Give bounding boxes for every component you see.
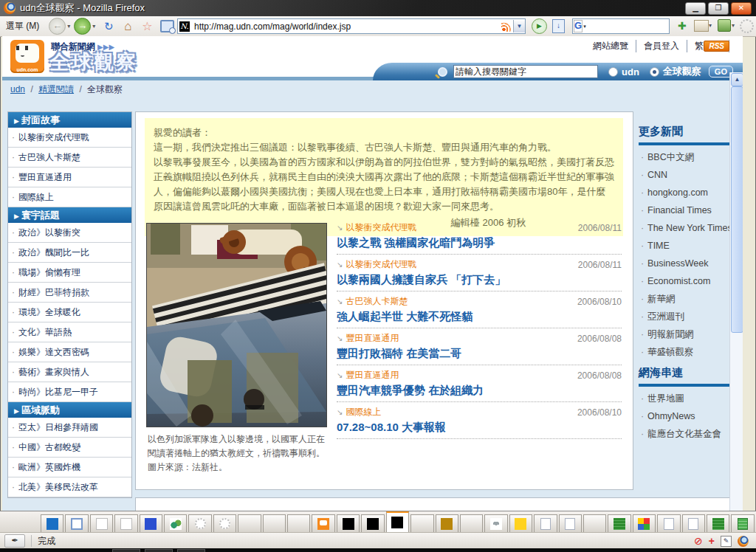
bookmark-star-icon[interactable]: ☆ (140, 19, 154, 34)
rss-feed-icon[interactable] (501, 21, 512, 32)
browser-tab[interactable] (312, 514, 334, 532)
status-pen-icon[interactable]: ✒ (4, 534, 25, 548)
url-bar[interactable]: N. ▼ (177, 18, 526, 34)
stamp-dropdown-icon[interactable]: ▾ (709, 22, 712, 29)
sidebar-item[interactable]: 歐洲》英國炸機 (8, 458, 131, 477)
rss-badge[interactable]: RSS (704, 41, 729, 52)
archive-dropdown-icon[interactable]: ▾ (732, 22, 735, 29)
back-button[interactable]: ← (49, 18, 66, 35)
browser-tab[interactable] (436, 514, 458, 532)
sidebar-item[interactable]: 環境》全球暖化 (8, 303, 131, 322)
article-title[interactable]: 以黎之戰 強權國家化暗鬥為明爭 (337, 236, 622, 250)
more-news-link[interactable]: CNN (639, 169, 742, 182)
udn-logo[interactable]: udn.com (10, 40, 44, 73)
add-extension-icon[interactable]: ✚ (678, 20, 687, 32)
web-link[interactable]: 世界地圖 (639, 393, 742, 405)
browser-tab[interactable] (114, 514, 137, 532)
site-search-input[interactable] (453, 65, 598, 78)
sidebar-item[interactable]: 娛樂》達文西密碼 (8, 342, 131, 362)
edit-note-icon[interactable]: ✎ (721, 536, 732, 547)
radio-udn-label[interactable]: udn (622, 66, 639, 77)
more-news-link[interactable]: 亞洲週刊 (639, 311, 742, 323)
browser-tab[interactable] (238, 514, 261, 532)
browser-tab[interactable] (682, 514, 705, 532)
browser-tab[interactable] (65, 514, 88, 532)
article-category[interactable]: 以黎衝突成代理戰 (346, 258, 577, 271)
more-news-link[interactable]: 新華網 (639, 293, 742, 306)
browser-tab[interactable] (361, 514, 384, 532)
browser-tab[interactable] (707, 514, 729, 532)
sidebar-item[interactable]: 中國》古都蛻變 (8, 438, 131, 458)
web-search-input[interactable] (588, 21, 705, 32)
more-news-link[interactable]: Financial Times (639, 204, 742, 217)
browser-tab[interactable] (657, 514, 680, 532)
add-icon[interactable]: + (709, 535, 715, 547)
article-title[interactable]: 以黎兩國人擁護自家兵 「打下去」 (337, 273, 622, 287)
browser-tab[interactable] (534, 514, 557, 532)
browser-tab[interactable] (41, 514, 63, 532)
news-photo[interactable] (146, 223, 327, 427)
browser-tab[interactable] (90, 514, 113, 532)
back-dropdown-icon[interactable]: ▾ (67, 23, 70, 30)
reload-icon[interactable]: ↻ (101, 19, 116, 34)
browser-tab[interactable] (484, 514, 507, 532)
more-news-link[interactable]: BBC中文網 (639, 151, 742, 164)
sidebar-item[interactable]: 財經》巴菲特捐款 (8, 283, 131, 303)
browser-tab[interactable] (583, 514, 606, 532)
top-link[interactable]: 網站總覽 (585, 40, 636, 52)
restore-button[interactable]: ❐ (708, 2, 729, 15)
browser-tab[interactable] (608, 514, 630, 532)
forward-dropdown-icon[interactable]: ▾ (92, 23, 95, 30)
article-title[interactable]: 強人崛起半世 大難不死怪貓 (337, 310, 622, 324)
article-title[interactable]: 豐田汽車競爭優勢 在於組織力 (337, 384, 622, 398)
archive-extension-icon[interactable] (718, 19, 731, 32)
more-news-link[interactable]: The New York Times (639, 222, 742, 235)
scrollbar-thumb[interactable] (731, 86, 743, 333)
go-button[interactable]: ▶ (532, 18, 547, 34)
browser-tab[interactable] (213, 514, 236, 532)
browser-tab[interactable] (509, 514, 532, 532)
sidebar-item[interactable]: 古巴強人卡斯楚 (8, 148, 131, 168)
web-link[interactable]: OhmyNews (639, 410, 742, 423)
article-category[interactable]: 古巴強人卡斯楚 (346, 295, 577, 308)
browser-tab[interactable] (188, 514, 211, 532)
sidebar-item[interactable]: 以黎衝突成代理戰 (8, 128, 131, 148)
sidebar-section-header[interactable]: 區域脈動 (8, 402, 131, 418)
article-category[interactable]: 以黎衝突成代理戰 (346, 221, 577, 234)
article-title[interactable]: 豐田打敗福特 在美當二哥 (337, 347, 622, 361)
article-category[interactable]: 豐田直逼通用 (346, 332, 577, 345)
sidebar-section-header[interactable]: 封面故事 (8, 112, 131, 128)
popup-blocked-icon[interactable]: ⊘ (694, 535, 703, 547)
more-news-link[interactable]: Economist.com (639, 275, 742, 288)
article-category[interactable]: 國際線上 (346, 406, 577, 418)
scroll-up-icon[interactable]: ▲ (731, 73, 743, 86)
article-category[interactable]: 豐田直逼通用 (346, 369, 577, 382)
forward-button[interactable]: → (74, 18, 91, 35)
browser-tab[interactable] (164, 514, 187, 532)
close-button[interactable]: ✕ (731, 2, 752, 15)
history-icon[interactable] (160, 20, 174, 32)
breadcrumb-section[interactable]: 精選閱讀 (38, 84, 74, 94)
top-link[interactable]: 會員登入 (636, 40, 687, 52)
sidebar-item[interactable]: 豐田直逼通用 (8, 168, 131, 187)
minimize-button[interactable]: ▁ (685, 2, 706, 15)
more-news-link[interactable]: 明報新聞網 (639, 328, 742, 341)
browser-tab[interactable] (263, 514, 286, 532)
more-news-link[interactable]: TIME (639, 240, 742, 252)
browser-tab[interactable] (731, 514, 754, 532)
firefox-status-icon[interactable] (738, 536, 749, 547)
radio-udn[interactable] (608, 67, 618, 77)
browser-tab[interactable] (410, 514, 433, 532)
sidebar-item[interactable]: 時尚》比基尼一甲子 (8, 382, 131, 402)
more-news-link[interactable]: BusinessWeek (639, 258, 742, 270)
menu-button[interactable]: 選單 (M) (0, 20, 47, 32)
browser-tab[interactable] (337, 514, 360, 532)
url-input[interactable] (193, 21, 501, 32)
browser-tab[interactable] (460, 514, 483, 532)
browser-tab[interactable] (633, 514, 656, 532)
taskbar-window[interactable] (145, 549, 173, 552)
browser-tab[interactable] (386, 511, 409, 532)
browser-tab[interactable] (287, 514, 310, 532)
breadcrumb-home[interactable]: udn (10, 84, 25, 94)
radio-site-label[interactable]: 全球觀察 (663, 65, 701, 78)
